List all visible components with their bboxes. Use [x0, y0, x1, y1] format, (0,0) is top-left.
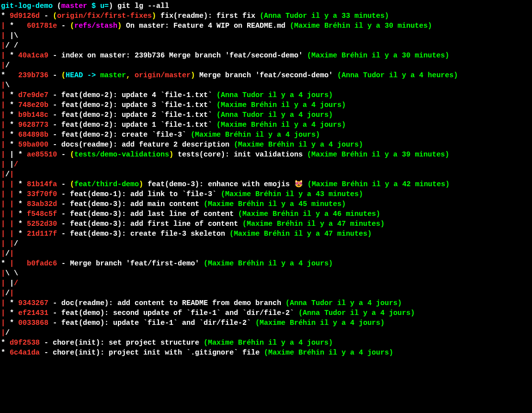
prompt-folder: git-log-demo	[1, 2, 53, 10]
git-log-line: * 239b736 - (HEAD -> master, origin/mast…	[1, 70, 532, 80]
git-log-line: | | * f548c5f - feat(demo-3): add last l…	[1, 209, 532, 219]
git-log-line: | * ef21431 - feat(demo): second update …	[1, 308, 532, 318]
git-log-line: | * b9b148c - feat(demo-2): update 2 `fi…	[1, 110, 532, 120]
git-log-line: |/ /	[1, 41, 532, 51]
git-log-line: | * 9343267 - doc(readme): add content t…	[1, 298, 532, 308]
git-log-line: * | b0fadc6 - Merge branch 'feat/first-d…	[1, 258, 532, 268]
git-log-line: | * 59ba000 - docs(readme): add feature …	[1, 140, 532, 150]
prompt-branch: master	[61, 2, 87, 10]
git-log-line: |/|	[1, 169, 532, 179]
git-log-line: |/|	[1, 288, 532, 298]
git-log-line: | | * ae85510 - (tests/demo-validations)…	[1, 150, 532, 159]
git-log-line: | * 0033868 - feat(demo): update `file-1…	[1, 318, 532, 328]
git-log-line: | | * 83ab32d - feat(demo-3): add main c…	[1, 199, 532, 209]
shell-prompt-line: git-log-demo (master $ u=) git lg --all	[1, 1, 532, 11]
git-log-line: | |/	[1, 159, 532, 169]
git-log-line: | |/	[1, 239, 532, 249]
git-log-line: | * 9628773 - feat(demo-2): update 1 `fi…	[1, 120, 532, 130]
git-log-line: | | * 21d117f - feat(demo-3): create fil…	[1, 229, 532, 239]
terminal-output[interactable]: git-log-demo (master $ u=) git lg --all*…	[1, 1, 532, 358]
git-log-line: |/|	[1, 249, 532, 258]
git-log-line: | |\	[1, 31, 532, 41]
git-log-line: * 9d9126d - (origin/fix/first-fixes) fix…	[1, 11, 532, 21]
git-log-line: | * 601781e - (refs/stash) On master: Fe…	[1, 21, 532, 31]
git-log-line: | * 684898b - feat(demo-2): create `file…	[1, 130, 532, 140]
git-log-line: | | * 33f70f0 - feat(demo-1): add link t…	[1, 189, 532, 199]
git-log-line: | * 40a1ca9 - index on master: 239b736 M…	[1, 51, 532, 60]
git-log-line: |/	[1, 60, 532, 70]
git-log-line: | |/	[1, 278, 532, 288]
git-log-line: |\ \	[1, 268, 532, 278]
git-log-line: | | * 5252d30 - feat(demo-3): add first …	[1, 219, 532, 229]
git-log-line: | * d7e9de7 - feat(demo-2): update 4 `fi…	[1, 90, 532, 100]
git-log-line: | | * 81b14fa - (feat/third-demo) feat(d…	[1, 179, 532, 189]
git-log-line: |/	[1, 328, 532, 338]
git-log-line: |\	[1, 80, 532, 90]
git-log-line: * 6c4a1da - chore(init): project init wi…	[1, 348, 532, 358]
typed-command[interactable]: git lg --all	[117, 2, 169, 10]
git-log-line: * d9f2538 - chore(init): set project str…	[1, 338, 532, 348]
prompt-status: $ u=	[87, 2, 109, 10]
git-log-line: | * 748e20b - feat(demo-2): update 3 `fi…	[1, 100, 532, 110]
